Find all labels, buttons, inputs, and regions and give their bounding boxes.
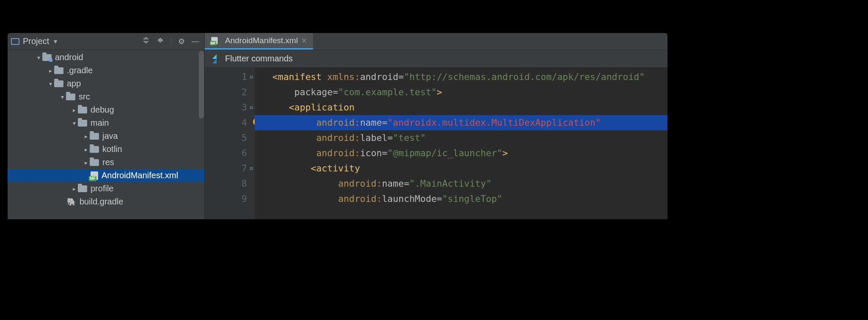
chevron-right-icon[interactable]: ▸ bbox=[47, 67, 54, 74]
manifest-file-icon bbox=[211, 37, 217, 44]
project-panel: Project ▼ ⚙ — ▾ android ▸ .gradle bbox=[8, 33, 205, 219]
tree-item-gradle[interactable]: ▸ .gradle bbox=[8, 64, 204, 77]
line-number: 9 bbox=[242, 193, 247, 204]
tree-item-kotlin[interactable]: ▸ kotlin bbox=[8, 143, 204, 156]
project-tree[interactable]: ▾ android ▸ .gradle ▾ app ▾ src ▸ bbox=[8, 50, 204, 219]
gear-icon[interactable]: ⚙ bbox=[176, 35, 187, 48]
tree-item-manifest[interactable]: AndroidManifest.xml bbox=[8, 169, 204, 182]
chevron-right-icon[interactable]: ▸ bbox=[70, 185, 78, 192]
flutter-commands-banner[interactable]: Flutter commands bbox=[205, 50, 667, 68]
line-number: 5 bbox=[242, 132, 247, 143]
chevron-down-icon[interactable]: ▾ bbox=[47, 80, 54, 87]
tree-scrollbar[interactable] bbox=[199, 51, 204, 119]
project-panel-header: Project ▼ ⚙ — bbox=[8, 33, 204, 50]
tree-item-java[interactable]: ▸ java bbox=[8, 130, 204, 143]
folder-icon bbox=[54, 67, 63, 74]
tree-item-build-gradle[interactable]: 🐘 build.gradle bbox=[8, 195, 204, 208]
tree-label: res bbox=[102, 157, 114, 167]
code-line-highlighted[interactable]: android:name="androidx.multidex.MultiDex… bbox=[255, 115, 667, 130]
line-number: 3 bbox=[242, 102, 247, 113]
tree-label: AndroidManifest.xml bbox=[102, 171, 178, 180]
tree-label: profile bbox=[91, 184, 113, 193]
tree-item-android[interactable]: ▾ android bbox=[8, 51, 204, 64]
tab-label: AndroidManifest.xml bbox=[225, 36, 298, 45]
tree-label: app bbox=[67, 79, 81, 88]
code-line[interactable]: <activity bbox=[272, 161, 667, 176]
chevron-down-icon[interactable]: ▾ bbox=[35, 54, 42, 61]
folder-icon bbox=[78, 185, 87, 192]
manifest-file-icon bbox=[91, 171, 98, 180]
tree-label: android bbox=[55, 52, 83, 62]
tree-label: java bbox=[102, 131, 118, 141]
chevron-right-icon[interactable]: ▸ bbox=[70, 107, 78, 113]
tree-label: build.gradle bbox=[80, 197, 123, 207]
editor-tab-bar: AndroidManifest.xml ✕ bbox=[205, 33, 667, 50]
line-number: 7 bbox=[242, 163, 247, 174]
line-number: 6 bbox=[242, 148, 247, 158]
chevron-right-icon[interactable]: ▸ bbox=[82, 133, 90, 140]
editor-gutter: 1⊟ 2 3⊟ 4 5 6 7⊟ 8 9 bbox=[205, 68, 255, 219]
code-line[interactable]: android:name=".MainActivity" bbox=[272, 176, 667, 191]
folder-icon bbox=[54, 80, 63, 87]
line-number: 1 bbox=[242, 72, 247, 82]
chevron-down-icon[interactable]: ▾ bbox=[70, 120, 78, 127]
code-line[interactable]: package="com.example.test"> bbox=[272, 85, 667, 100]
banner-text: Flutter commands bbox=[225, 54, 293, 63]
fold-icon[interactable]: ⊟ bbox=[250, 100, 253, 115]
tree-item-debug[interactable]: ▸ debug bbox=[8, 103, 204, 116]
tree-label: main bbox=[91, 118, 109, 128]
folder-icon bbox=[90, 146, 99, 153]
tree-label: kotlin bbox=[102, 144, 122, 154]
code-line[interactable]: <application bbox=[272, 100, 667, 115]
chevron-right-icon[interactable]: ▸ bbox=[82, 159, 90, 166]
toolbar-separator bbox=[171, 37, 171, 46]
code-line[interactable]: android:label="test" bbox=[272, 130, 667, 146]
folder-module-icon bbox=[42, 54, 52, 61]
tree-item-profile[interactable]: ▸ profile bbox=[8, 182, 204, 195]
chevron-down-icon[interactable]: ▾ bbox=[58, 94, 66, 100]
line-number: 8 bbox=[242, 178, 247, 189]
line-number: 4 bbox=[242, 117, 247, 128]
editor-tab-manifest[interactable]: AndroidManifest.xml ✕ bbox=[205, 33, 313, 50]
gradle-elephant-icon: 🐘 bbox=[67, 197, 76, 207]
project-panel-title[interactable]: Project bbox=[23, 36, 49, 46]
folder-icon bbox=[78, 107, 87, 113]
flutter-logo-icon bbox=[211, 54, 220, 63]
chevron-down-icon[interactable]: ▼ bbox=[52, 38, 58, 45]
tree-label: .gradle bbox=[67, 66, 93, 75]
ide-window: Project ▼ ⚙ — ▾ android ▸ .gradle bbox=[8, 33, 667, 219]
line-number: 2 bbox=[242, 87, 247, 97]
code-line[interactable]: android:icon="@mipmap/ic_launcher"> bbox=[272, 146, 667, 161]
folder-icon bbox=[90, 133, 99, 140]
tree-item-res[interactable]: ▸ res bbox=[8, 156, 204, 169]
hide-panel-icon[interactable]: — bbox=[190, 35, 201, 47]
code-editor[interactable]: 1⊟ 2 3⊟ 4 5 6 7⊟ 8 9 <manifest xmlns:and… bbox=[205, 68, 667, 219]
editor-area: AndroidManifest.xml ✕ Flutter commands 1… bbox=[205, 33, 667, 219]
folder-icon bbox=[90, 159, 99, 166]
code-content[interactable]: <manifest xmlns:android="http://schemas.… bbox=[255, 68, 667, 219]
folder-icon bbox=[78, 120, 87, 127]
tree-item-src[interactable]: ▾ src bbox=[8, 90, 204, 103]
close-icon[interactable]: ✕ bbox=[301, 36, 307, 45]
collapse-all-icon[interactable] bbox=[140, 35, 151, 48]
fold-icon[interactable]: ⊟ bbox=[250, 161, 253, 176]
project-icon bbox=[11, 38, 19, 45]
chevron-right-icon[interactable]: ▸ bbox=[82, 146, 90, 153]
tree-item-app[interactable]: ▾ app bbox=[8, 77, 204, 90]
expand-all-icon[interactable] bbox=[155, 35, 166, 48]
tree-label: src bbox=[79, 92, 90, 102]
folder-icon bbox=[66, 94, 75, 100]
code-line[interactable]: android:launchMode="singleTop" bbox=[272, 191, 667, 207]
code-line[interactable]: <manifest xmlns:android="http://schemas.… bbox=[272, 69, 667, 85]
tree-item-main[interactable]: ▾ main bbox=[8, 116, 204, 130]
fold-icon[interactable]: ⊟ bbox=[250, 69, 253, 85]
tree-label: debug bbox=[91, 105, 114, 115]
